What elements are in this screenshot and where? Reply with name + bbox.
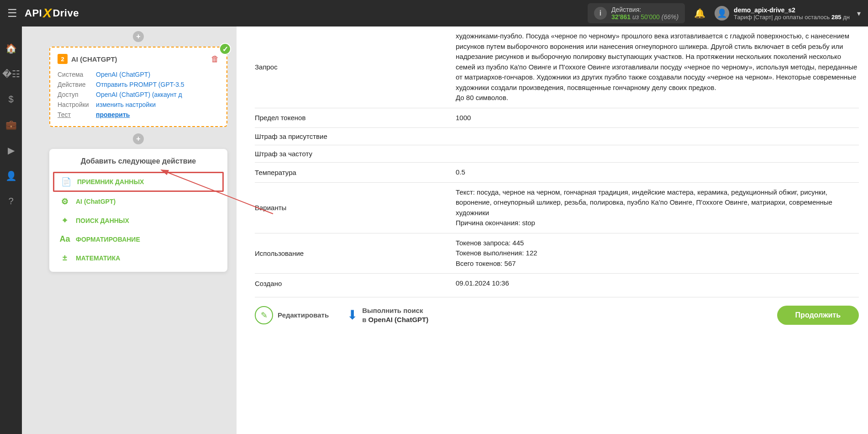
nav-video-icon[interactable]: ▶ xyxy=(8,145,15,156)
field-presence-label: Штраф за присутствие xyxy=(255,132,456,140)
ai-icon: ⚙ xyxy=(58,196,71,206)
math-icon: ± xyxy=(58,253,71,263)
logo[interactable]: API X Drive xyxy=(25,6,79,21)
search-data-icon: ⌖ xyxy=(58,216,71,225)
next-item-ai[interactable]: ⚙AI (ChatGPT) xyxy=(49,192,227,211)
field-temp-label: Температура xyxy=(255,167,456,178)
next-item-search[interactable]: ⌖ПОИСК ДАННЫХ xyxy=(49,211,227,230)
bell-icon[interactable]: 🔔 xyxy=(694,8,705,19)
format-icon: Aa xyxy=(58,234,71,244)
field-usage-value: Токенов запроса: 445 Токенов выполнения:… xyxy=(456,238,859,269)
field-request-value: художниками-пуэбло. Посуда «черное по че… xyxy=(456,31,859,103)
step-number: 2 xyxy=(58,54,68,64)
next-action-card: Добавить следующее действие 📄ПРИЕМНИК ДА… xyxy=(49,149,227,272)
nav-briefcase-icon[interactable]: 💼 xyxy=(5,119,17,130)
field-usage-label: Использование xyxy=(255,238,456,269)
footer-actions: ✎ Редактировать ⬇ Выполнить поиск в Open… xyxy=(255,297,859,325)
check-icon: ✓ xyxy=(219,43,231,55)
next-item-format[interactable]: AaФОРМАТИРОВАНИЕ xyxy=(49,230,227,249)
info-icon: i xyxy=(594,7,607,20)
edit-label: Редактировать xyxy=(278,311,329,319)
next-action-title: Добавить следующее действие xyxy=(49,157,227,165)
next-math-label: МАТЕМАТИКА xyxy=(76,254,120,262)
field-freq-label: Штраф за частоту xyxy=(255,150,456,158)
logo-api: API xyxy=(25,7,42,19)
nav-connections-icon[interactable]: �☷ xyxy=(2,69,20,79)
row-action-label: Действие xyxy=(58,81,96,88)
field-created-value: 09.01.2024 10:36 xyxy=(456,278,859,289)
field-variants-value: Текст: посуда, черное на черном, гончарн… xyxy=(456,187,859,228)
field-tokens-label: Предел токенов xyxy=(255,113,456,123)
row-access-label: Доступ xyxy=(58,91,96,98)
field-request-label: Запрос xyxy=(255,31,456,103)
header-bar: ☰ API X Drive i Действия: 32'861 из 50'0… xyxy=(0,0,868,26)
row-access-value[interactable]: OpenAI (ChatGPT) (аккаунт д xyxy=(96,91,182,98)
download-icon: ⬇ xyxy=(347,307,358,323)
row-test-value[interactable]: проверить xyxy=(96,111,130,118)
hamburger-icon[interactable]: ☰ xyxy=(7,7,17,20)
run-search-button[interactable]: ⬇ Выполнить поиск в OpenAI (ChatGPT) xyxy=(347,306,428,324)
user-menu[interactable]: 👤 demo_apix-drive_s2 Тариф |Старт| до оп… xyxy=(715,6,861,21)
row-system-value[interactable]: OpenAI (ChatGPT) xyxy=(96,71,150,78)
user-info: demo_apix-drive_s2 Тариф |Старт| до опла… xyxy=(734,6,850,21)
edit-button[interactable]: ✎ Редактировать xyxy=(255,306,329,324)
next-item-math[interactable]: ±МАТЕМАТИКА xyxy=(49,249,227,267)
nav-home-icon[interactable]: 🏠 xyxy=(5,43,17,54)
logo-x-icon: X xyxy=(43,6,52,21)
actions-text: Действия: 32'861 из 50'000 (66%) xyxy=(611,6,679,21)
tariff-text: Тариф |Старт| до оплаты осталось 285 дн xyxy=(734,14,850,21)
trash-icon[interactable]: 🗑 xyxy=(211,54,219,64)
add-step-bottom[interactable]: + xyxy=(133,133,144,144)
next-ai-label: AI (ChatGPT) xyxy=(76,198,116,205)
receiver-icon: 📄 xyxy=(60,177,73,187)
details-panel: Запрос художниками-пуэбло. Посуда «черно… xyxy=(237,26,868,434)
next-format-label: ФОРМАТИРОВАНИЕ xyxy=(76,236,140,243)
logo-drive: Drive xyxy=(53,7,79,19)
step-card-ai[interactable]: ✓ 2 AI (CHATGPT) 🗑 СистемаOpenAI (ChatGP… xyxy=(49,47,227,127)
field-variants-label: Варианты xyxy=(255,187,456,228)
actions-counter[interactable]: i Действия: 32'861 из 50'000 (66%) xyxy=(588,3,685,23)
chevron-down-icon: ▾ xyxy=(857,9,861,18)
actions-total: 50'000 xyxy=(641,13,660,21)
field-tokens-value: 1000 xyxy=(456,113,859,123)
add-step-top[interactable]: + xyxy=(133,31,144,42)
search-label: Выполнить поиск в OpenAI (ChatGPT) xyxy=(362,306,428,324)
avatar-icon: 👤 xyxy=(715,6,729,21)
nav-help-icon[interactable]: ? xyxy=(8,196,13,206)
continue-button[interactable]: Продолжить xyxy=(777,306,859,325)
row-action-value[interactable]: Отправить PROMPT (GPT-3.5 xyxy=(96,81,184,88)
actions-label: Действия: xyxy=(611,6,679,13)
user-name: demo_apix-drive_s2 xyxy=(734,6,850,14)
row-system-label: Система xyxy=(58,71,96,78)
next-item-receiver[interactable]: 📄ПРИЕМНИК ДАННЫХ xyxy=(53,172,224,192)
actions-pct: (66%) xyxy=(660,13,679,21)
pencil-icon: ✎ xyxy=(255,306,273,324)
field-created-label: Создано xyxy=(255,278,456,289)
actions-current: 32'861 xyxy=(611,13,631,21)
nav-billing-icon[interactable]: $ xyxy=(8,94,13,105)
actions-of: из xyxy=(631,13,641,21)
step-title: AI (CHATGPT) xyxy=(71,55,117,63)
nav-user-icon[interactable]: 👤 xyxy=(5,170,17,181)
side-nav: 🏠 �☷ $ 💼 ▶ 👤 ? xyxy=(0,26,22,434)
next-search-label: ПОИСК ДАННЫХ xyxy=(76,217,129,224)
row-settings-label: Настройки xyxy=(58,101,96,108)
next-receiver-label: ПРИЕМНИК ДАННЫХ xyxy=(77,178,144,185)
field-freq-value xyxy=(456,150,859,158)
steps-column: + ✓ 2 AI (CHATGPT) 🗑 СистемаOpenAI (Chat… xyxy=(22,26,237,434)
row-test-label: Тест xyxy=(58,111,96,118)
field-presence-value xyxy=(456,132,859,140)
field-temp-value: 0.5 xyxy=(456,167,859,178)
row-settings-value[interactable]: изменить настройки xyxy=(96,101,156,108)
